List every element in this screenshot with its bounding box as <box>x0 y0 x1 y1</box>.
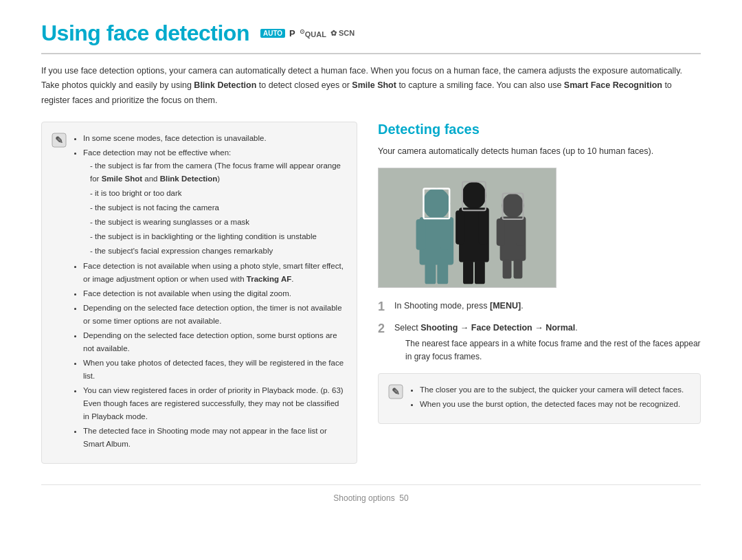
note-item-9: The detected face in Shooting mode may n… <box>83 425 346 451</box>
note-item-8: You can view registered faces in order o… <box>83 384 346 423</box>
intro-paragraph: If you use face detection options, your … <box>41 64 701 108</box>
step-2-sub-1: The nearest face appears in a white focu… <box>405 337 701 363</box>
note-item-5: Depending on the selected face detection… <box>83 302 346 328</box>
note-item-7: When you take photos of detected faces, … <box>83 357 346 383</box>
two-column-layout: ✎ In some scene modes, face detection is… <box>41 122 701 464</box>
footer-text: Shooting options 50 <box>333 493 408 503</box>
svg-point-3 <box>423 188 451 220</box>
svg-rect-22 <box>516 219 524 246</box>
step-1-text: In Shooting mode, press [MENU]. <box>394 299 701 313</box>
section-title: Detecting faces <box>378 122 701 137</box>
face-detection-image <box>378 168 556 288</box>
note-sub-4: the subject is wearing sunglasses or a m… <box>90 216 346 229</box>
steps-list: 1 In Shooting mode, press [MENU]. 2 Sele… <box>378 299 701 365</box>
step-1-num: 1 <box>378 299 389 315</box>
svg-point-18 <box>502 194 524 219</box>
tip-icon: ✎ <box>388 384 403 399</box>
note-item-2: Face detection may not be effective when… <box>83 146 346 258</box>
svg-rect-5 <box>416 219 426 250</box>
step-2: 2 Select Shooting → Face Detection → Nor… <box>378 321 701 365</box>
left-column: ✎ In some scene modes, face detection is… <box>41 122 357 464</box>
section-description: Your camera automatically detects human … <box>378 144 701 159</box>
tip-item-1: The closer you are to the subject, the q… <box>420 383 684 396</box>
step-1: 1 In Shooting mode, press [MENU]. <box>378 299 701 315</box>
svg-rect-23 <box>503 260 512 279</box>
note-sub-6: the subject's facial expression changes … <box>90 245 346 258</box>
note-sub-1: the subject is far from the camera (The … <box>90 159 346 186</box>
note-item-1: In some scene modes, face detection is u… <box>83 132 346 145</box>
step-2-num: 2 <box>378 321 389 337</box>
right-column: Detecting faces Your camera automaticall… <box>378 122 701 464</box>
badge-p: P <box>289 28 295 38</box>
svg-rect-7 <box>425 264 436 284</box>
left-note-box: ✎ In some scene modes, face detection is… <box>41 122 357 464</box>
svg-rect-20 <box>497 219 505 246</box>
tip-item-2: When you use the burst option, the detec… <box>420 398 684 411</box>
note-content: In some scene modes, face detection is u… <box>74 132 346 453</box>
badge-auto: AUTO <box>260 29 285 38</box>
svg-rect-12 <box>456 211 464 245</box>
badge-qual: ⊙QUAL <box>300 28 326 38</box>
svg-rect-6 <box>440 219 450 250</box>
step-2-text: Select Shooting → Face Detection → Norma… <box>394 321 701 365</box>
note-sub-2: it is too bright or too dark <box>90 187 346 200</box>
svg-text:✎: ✎ <box>55 135 63 146</box>
svg-rect-15 <box>463 261 473 284</box>
note-sub-3: the subject is not facing the camera <box>90 201 346 214</box>
page-header: Using face detection AUTO P ⊙QUAL ✿ SCN <box>41 21 701 54</box>
note-item-3: Face detection is not available when usi… <box>83 260 346 286</box>
svg-rect-24 <box>513 260 522 279</box>
page-title: Using face detection <box>41 21 249 46</box>
svg-rect-16 <box>475 261 485 284</box>
note-sub-5: the subject is in backlighting or the li… <box>90 230 346 243</box>
svg-text:✎: ✎ <box>392 387 400 397</box>
note-icon: ✎ <box>52 133 67 148</box>
page-footer: Shooting options 50 <box>41 484 701 503</box>
svg-rect-14 <box>479 211 488 245</box>
svg-point-10 <box>462 182 486 210</box>
note-item-4: Face detection is not available when usi… <box>83 287 346 300</box>
note-item-6: Depending on the selected face detection… <box>83 329 346 355</box>
svg-rect-8 <box>437 264 448 284</box>
badge-scn: ✿ SCN <box>330 29 355 38</box>
tip-content: The closer you are to the subject, the q… <box>410 383 684 414</box>
right-note-box: ✎ The closer you are to the subject, the… <box>378 373 701 424</box>
mode-badges: AUTO P ⊙QUAL ✿ SCN <box>260 28 355 38</box>
